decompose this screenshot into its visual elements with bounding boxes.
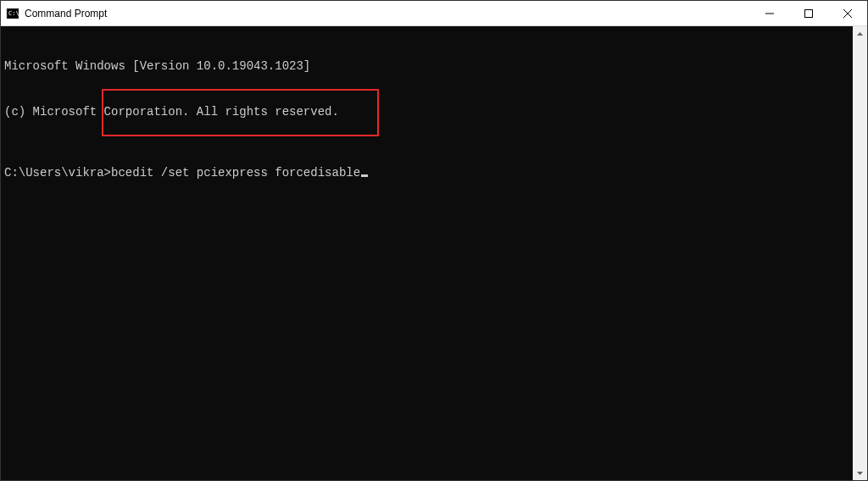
cursor <box>361 174 368 177</box>
content-area: Microsoft Windows [Version 10.0.19043.10… <box>1 26 867 480</box>
svg-marker-6 <box>857 32 863 36</box>
terminal-prompt-line: C:\Users\vikra>bcedit /set pciexpress fo… <box>4 165 849 180</box>
command-prompt-window: C:\ Command Prompt Microsoft Windows [Ve… <box>0 0 868 481</box>
terminal-output-line: (c) Microsoft Corporation. All rights re… <box>4 104 849 119</box>
svg-rect-3 <box>805 9 813 17</box>
app-icon: C:\ <box>6 7 19 20</box>
scroll-down-button[interactable] <box>853 466 867 480</box>
scroll-track[interactable] <box>853 41 867 466</box>
window-controls <box>750 1 867 25</box>
terminal[interactable]: Microsoft Windows [Version 10.0.19043.10… <box>1 26 853 480</box>
close-button[interactable] <box>828 1 867 25</box>
prompt-text: C:\Users\vikra> <box>4 166 111 180</box>
vertical-scrollbar[interactable] <box>853 26 867 480</box>
command-text: bcedit /set pciexpress forcedisable <box>111 166 360 180</box>
maximize-button[interactable] <box>789 1 828 25</box>
scroll-up-button[interactable] <box>853 26 867 41</box>
svg-text:C:\: C:\ <box>8 10 19 17</box>
minimize-button[interactable] <box>750 1 789 25</box>
svg-marker-7 <box>857 472 863 475</box>
terminal-output-line: Microsoft Windows [Version 10.0.19043.10… <box>4 58 849 74</box>
titlebar[interactable]: C:\ Command Prompt <box>1 1 867 26</box>
window-title: Command Prompt <box>25 8 107 19</box>
